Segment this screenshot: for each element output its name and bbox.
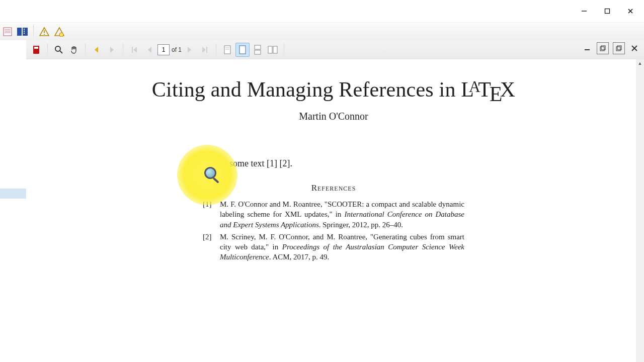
app-window: of 1 — [0, 0, 644, 362]
warning-2-icon[interactable] — [52, 25, 67, 39]
svg-rect-29 — [255, 50, 261, 54]
pdf-window-controls — [582, 42, 640, 54]
page-number-group: of 1 — [157, 44, 182, 55]
svg-rect-33 — [600, 47, 604, 51]
svg-point-20 — [55, 46, 60, 51]
ref-num: [1] — [203, 199, 216, 230]
continuous-page-icon[interactable] — [251, 43, 265, 57]
references-list: [1] M. F. O'Connor and M. Roantree, "SCO… — [203, 199, 464, 262]
document: Citing and Managing References in LATEX … — [26, 59, 636, 262]
ref-num: [2] — [203, 232, 216, 262]
reference-item: [1] M. F. O'Connor and M. Roantree, "SCO… — [203, 199, 464, 230]
svg-rect-19 — [34, 47, 38, 49]
view-editor-icon[interactable] — [0, 25, 15, 39]
facing-page-icon[interactable] — [266, 43, 280, 57]
left-panel — [0, 40, 27, 362]
maximize-button[interactable] — [596, 3, 619, 19]
view-split-icon[interactable] — [15, 25, 30, 39]
search-icon[interactable] — [52, 43, 66, 57]
single-page-icon[interactable] — [235, 43, 250, 57]
svg-rect-8 — [17, 28, 22, 36]
svg-rect-35 — [616, 47, 620, 51]
doc-title: Citing and Managing References in LATEX — [71, 77, 596, 102]
svg-point-17 — [59, 33, 63, 37]
titlebar — [0, 0, 644, 23]
left-panel-highlight — [0, 189, 26, 199]
svg-rect-24 — [224, 46, 230, 54]
title-prefix: Citing and Managing References in — [152, 78, 461, 101]
svg-rect-36 — [617, 46, 621, 50]
svg-rect-27 — [239, 46, 246, 54]
vertical-scrollbar[interactable]: ▲ — [635, 59, 644, 362]
reference-item: [2] M. Scriney, M. F. O'Connor, and M. R… — [203, 232, 464, 262]
svg-rect-4 — [4, 28, 12, 36]
pdf-page: Citing and Managing References in LATEX … — [26, 59, 636, 362]
hand-tool-icon[interactable] — [67, 43, 81, 57]
svg-rect-12 — [24, 33, 25, 34]
page-number-input[interactable] — [157, 44, 170, 55]
pdf-minimize-icon[interactable] — [582, 43, 593, 54]
pdf-toolbar: of 1 — [26, 40, 644, 60]
main-toolbar — [0, 23, 644, 41]
svg-rect-28 — [255, 45, 261, 49]
content-row: of 1 — [0, 40, 644, 362]
svg-rect-11 — [24, 31, 25, 32]
svg-line-21 — [60, 51, 62, 53]
ref-text: M. F. O'Connor and M. Roantree, "SCOOTER… — [220, 199, 464, 230]
svg-rect-34 — [601, 46, 605, 50]
pdf-icon[interactable] — [29, 43, 43, 57]
pdf-restore-1-icon[interactable] — [597, 42, 609, 54]
svg-rect-31 — [273, 46, 277, 53]
first-page-icon[interactable] — [127, 43, 141, 57]
svg-rect-1 — [605, 9, 610, 14]
prev-page-icon[interactable] — [142, 43, 156, 57]
next-page-icon[interactable] — [183, 43, 197, 57]
svg-rect-9 — [23, 28, 28, 36]
scroll-up-icon[interactable]: ▲ — [636, 59, 644, 67]
ref-text: M. Scriney, M. F. O'Connor, and M. Roant… — [220, 232, 464, 262]
nav-forward-icon[interactable] — [105, 43, 119, 57]
svg-rect-10 — [24, 29, 25, 30]
svg-point-15 — [44, 34, 45, 35]
pdf-restore-2-icon[interactable] — [613, 42, 625, 54]
svg-rect-30 — [268, 46, 272, 53]
minimize-button[interactable] — [573, 3, 596, 19]
nav-back-icon[interactable] — [90, 43, 104, 57]
pdf-close-icon[interactable] — [629, 43, 640, 54]
latex-logo: LATEX — [461, 78, 515, 101]
pdf-viewer: of 1 — [26, 40, 644, 362]
close-button[interactable] — [619, 3, 642, 19]
warning-1-icon[interactable] — [37, 25, 52, 39]
page-of-label: of 1 — [172, 46, 182, 53]
doc-author: Martin O'Connor — [71, 111, 596, 122]
fit-page-icon[interactable] — [220, 43, 234, 57]
references-heading: References — [203, 183, 464, 194]
last-page-icon[interactable] — [198, 43, 212, 57]
intro-paragraph: This is some text [1] [2]. — [203, 157, 464, 169]
